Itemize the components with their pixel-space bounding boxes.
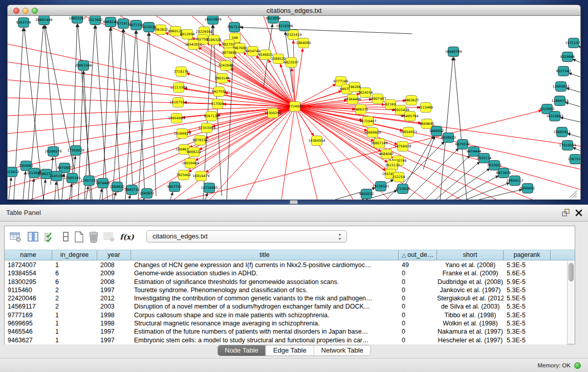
graph-node-yellow[interactable]: 2718176 <box>174 67 189 77</box>
graph-node-teal[interactable]: 7515526 <box>142 23 157 32</box>
graph-node-yellow[interactable]: 7486372 <box>354 105 368 115</box>
edge[interactable] <box>295 49 303 106</box>
graph-node-yellow[interactable]: 18107554 <box>169 98 186 107</box>
column-header-name[interactable]: name <box>5 250 52 260</box>
graph-node-teal[interactable]: 16033809 <box>204 16 221 25</box>
graph-node-yellow[interactable]: 252254 <box>393 172 405 182</box>
edge[interactable] <box>455 176 498 200</box>
graph-node-teal[interactable]: 1527602 <box>88 16 103 25</box>
graph-node-teal[interactable]: 9245652 <box>520 184 535 193</box>
graph-node-teal[interactable]: 12444159 <box>551 96 568 106</box>
graph-node-yellow[interactable]: 8267130 <box>204 112 219 121</box>
table-row[interactable]: 977716911998Corpus callosum shape and si… <box>5 311 567 319</box>
graph-node-teal[interactable]: 20206576 <box>45 147 61 157</box>
table-row[interactable]: 2242004622012Investigating the contribut… <box>5 294 567 302</box>
table-selector-dropdown[interactable]: citations_edges.txt ▲▼ <box>146 230 347 243</box>
function-builder-button[interactable]: f(x) <box>118 230 136 244</box>
graph-node-teal[interactable]: 17016504 <box>559 141 576 150</box>
scrollbar-thumb[interactable] <box>569 263 574 281</box>
tab-network-table[interactable]: Network Table <box>314 345 371 356</box>
graph-node-yellow[interactable]: 19166829 <box>173 129 190 139</box>
graph-node-teal[interactable]: 9450522 <box>359 189 374 199</box>
edge[interactable] <box>565 102 581 107</box>
column-header-year[interactable]: year <box>97 250 131 260</box>
graph-node-teal[interactable]: 1084652 <box>110 182 125 192</box>
memory-status-indicator[interactable] <box>574 362 581 369</box>
graph-node-teal[interactable]: 20053346 <box>75 61 92 71</box>
edge[interactable] <box>213 25 222 196</box>
table-row[interactable]: 1456911722003Disruption of a novel membe… <box>5 302 567 311</box>
graph-node-teal[interactable]: 10654112 <box>506 176 523 186</box>
graph-node-yellow[interactable]: 9115460 <box>419 103 433 113</box>
graph-node-yellow[interactable]: 19384554 <box>308 136 325 146</box>
table-vertical-scrollbar[interactable] <box>567 261 575 344</box>
edge[interactable] <box>111 28 120 190</box>
graph-node-yellow[interactable]: 8912954 <box>180 30 195 39</box>
graph-node-yellow[interactable]: 917004 <box>211 99 224 109</box>
column-header-in_degree[interactable]: in_degree <box>52 250 97 260</box>
edge[interactable] <box>138 33 148 200</box>
edge[interactable] <box>129 195 130 200</box>
graph-node-teal[interactable]: 1676482 <box>96 179 111 188</box>
edge[interactable] <box>568 134 581 138</box>
edge[interactable] <box>567 88 581 93</box>
edge[interactable] <box>170 192 173 200</box>
edge[interactable] <box>32 179 34 200</box>
table-row[interactable]: 1938455462009Genome-wide association stu… <box>5 269 567 277</box>
network-canvas[interactable]: 1872400779638228860128891295423226058982… <box>7 16 581 200</box>
table-row[interactable]: 911546021997Tourette syndrome. Phenomeno… <box>5 286 567 294</box>
edge[interactable] <box>125 31 136 200</box>
graph-node-teal[interactable]: 10653267 <box>69 16 85 24</box>
graph-node-teal[interactable]: 1733426 <box>396 184 410 194</box>
close-panel-icon[interactable] <box>575 209 583 217</box>
graph-node-yellow[interactable]: 16914479 <box>192 171 209 181</box>
graph-node-teal[interactable]: 16648784 <box>445 47 462 57</box>
edge[interactable] <box>281 106 295 200</box>
float-panel-icon[interactable] <box>561 209 571 217</box>
graph-node-teal[interactable]: 1167533 <box>568 155 581 164</box>
edge[interactable] <box>9 178 11 200</box>
edge[interactable] <box>560 117 581 122</box>
edge[interactable] <box>124 29 133 192</box>
table-row[interactable]: 969969511998Structural magnetic resonanc… <box>5 319 567 327</box>
graph-node-teal[interactable]: 7857224 <box>227 23 242 32</box>
edge[interactable] <box>425 156 470 200</box>
delete-column-button-disabled[interactable] <box>102 230 116 244</box>
graph-node-yellow[interactable]: 9242848 <box>219 61 233 71</box>
citation-network-graph[interactable]: 1872400779638228860128891295423226058982… <box>8 16 581 200</box>
edge[interactable] <box>205 106 295 138</box>
graph-node-teal[interactable]: 2045871 <box>140 189 155 199</box>
graph-node-yellow[interactable]: 12213389 <box>170 83 187 93</box>
graph-node-yellow[interactable]: 6822037 <box>284 58 299 68</box>
graph-node-yellow[interactable]: 8186328 <box>207 35 222 45</box>
show-column-button[interactable] <box>26 230 40 244</box>
edge[interactable] <box>573 59 581 63</box>
edge[interactable] <box>569 73 581 77</box>
column-header-pagerank[interactable]: pagerank <box>504 250 551 260</box>
graph-node-teal[interactable]: 9329966 <box>560 52 575 62</box>
graph-node-teal[interactable]: 19218506 <box>276 21 293 31</box>
network-window-titlebar[interactable]: citations_edges.txt <box>7 5 581 16</box>
graph-node-teal[interactable]: 15692931 <box>553 127 570 137</box>
edge[interactable] <box>230 69 295 106</box>
graph-node-yellow[interactable]: 7625402 <box>177 170 191 180</box>
table-row[interactable]: 1872400712008Changes of HCN gene express… <box>5 261 567 269</box>
graph-node-yellow[interactable]: 1864093 <box>296 38 311 48</box>
graph-node-yellow[interactable]: 8878334 <box>193 136 208 145</box>
graph-node-teal[interactable]: 8813054 <box>266 16 281 24</box>
graph-node-teal[interactable]: 12093832 <box>552 82 569 92</box>
graph-node-yellow[interactable]: 10688609 <box>364 128 381 138</box>
table-row[interactable]: 946362711997Embryonic stem cells: a mode… <box>5 336 567 344</box>
edge[interactable] <box>86 186 88 200</box>
graph-node-yellow[interactable]: 3624554 <box>358 88 373 98</box>
graph-node-yellow[interactable]: 9684067 <box>379 149 394 159</box>
graph-node-yellow[interactable]: 9498222 <box>187 147 202 157</box>
graph-node-yellow[interactable]: 20364486 <box>344 95 361 104</box>
graph-node-teal[interactable]: 3915412 <box>8 167 19 177</box>
graph-node-teal[interactable]: 9355724 <box>16 18 31 28</box>
graph-node-teal[interactable]: 20691406 <box>35 16 52 25</box>
edge[interactable] <box>149 33 156 196</box>
graph-node-teal[interactable]: 19136141 <box>372 182 389 191</box>
edge[interactable] <box>43 180 46 200</box>
row-height-button[interactable] <box>59 230 73 244</box>
